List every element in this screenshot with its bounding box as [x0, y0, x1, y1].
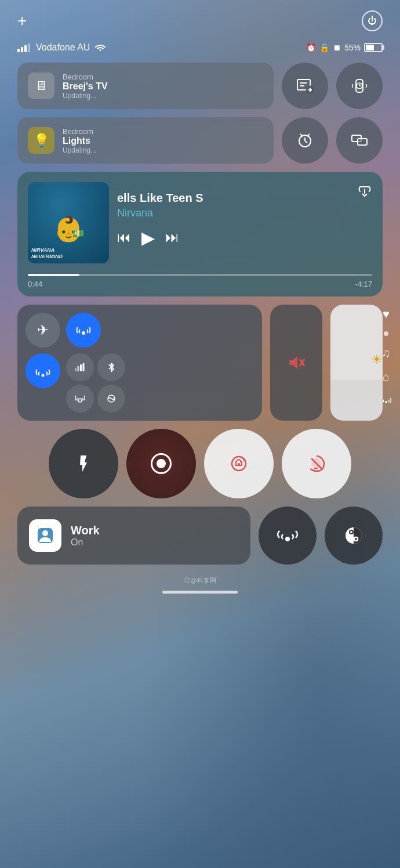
- screen-record-button[interactable]: [126, 429, 196, 498]
- top-bar: + ⏻: [0, 0, 400, 37]
- artist-name: Nirvana: [117, 207, 372, 219]
- lights-status: Updating...: [63, 146, 96, 154]
- row-lights: 💡 Bedroom Lights Updating...: [17, 117, 383, 164]
- fast-forward-button[interactable]: ⏭: [165, 229, 179, 245]
- status-bar: Vodafone AU ⏰ 🔒 ⏹ 55%: [0, 37, 400, 63]
- svg-rect-23: [83, 363, 85, 371]
- hotspot-button[interactable]: [66, 313, 101, 348]
- status-icons: ⏰ 🔒 ⏹ 55%: [306, 43, 383, 52]
- music-player: 👶 💵 NIRVANANEVERMIND ells Like Teen S Ni…: [17, 172, 383, 296]
- broadcast-button[interactable]: [259, 507, 317, 565]
- svg-line-14: [307, 134, 310, 136]
- lock-icon: 🔒: [319, 43, 329, 52]
- heart-icon[interactable]: ♥: [383, 308, 390, 321]
- orientation-lock-button[interactable]: [204, 429, 274, 498]
- brightness-sun-icon: ☀: [371, 352, 383, 367]
- time-labels: 0:44 -4:17: [28, 280, 372, 288]
- work-title: Work: [71, 524, 100, 537]
- work-subtitle: On: [71, 537, 100, 548]
- lights-icon: 💡: [28, 127, 54, 154]
- wifi-status-icon: [94, 42, 106, 53]
- wifi-toggle-button[interactable]: [26, 353, 60, 388]
- storage-icon: ⏹: [333, 43, 341, 52]
- watermark: ◎@科客网: [184, 576, 216, 585]
- work-icon: [29, 519, 61, 552]
- tv-tile[interactable]: 🖥 Bedroom Breej's TV Updating...: [17, 63, 274, 109]
- connectivity-row: ✈: [17, 305, 383, 421]
- airplay-button[interactable]: [357, 182, 372, 201]
- home-indicator-area: ◎@科客网: [0, 576, 400, 599]
- alarm-icon: ⏰: [306, 43, 316, 52]
- power-button[interactable]: ⏻: [362, 10, 383, 31]
- row-tv: 🖥 Bedroom Breej's TV Updating...: [17, 63, 383, 109]
- svg-line-12: [305, 141, 307, 143]
- tv-name: Breej's TV: [63, 81, 108, 92]
- svg-point-37: [350, 531, 352, 533]
- home-indicator[interactable]: [162, 591, 238, 594]
- play-button[interactable]: ▶: [141, 227, 155, 248]
- bluetooth-button[interactable]: [97, 353, 125, 381]
- progress-track: [28, 274, 372, 276]
- svg-rect-21: [78, 366, 79, 371]
- carrier-name: Vodafone AU: [36, 42, 90, 53]
- lights-tile[interactable]: 💡 Bedroom Lights Updating...: [17, 117, 274, 164]
- album-text: NIRVANANEVERMIND: [31, 247, 63, 260]
- progress-fill: [28, 274, 79, 276]
- svg-point-24: [78, 399, 82, 402]
- work-focus-tile[interactable]: Work On: [17, 507, 250, 565]
- song-title: ells Like Teen S: [117, 191, 372, 205]
- tv-location: Bedroom: [63, 73, 108, 81]
- current-time: 0:44: [28, 280, 42, 288]
- connectivity-tile: ✈: [17, 305, 262, 421]
- work-on-row: Work On: [17, 507, 383, 565]
- apple-watch-button[interactable]: [336, 63, 383, 109]
- tv-icon: 🖥: [28, 73, 54, 99]
- smart-invert-button[interactable]: [325, 507, 383, 565]
- remaining-time: -4:17: [355, 280, 372, 288]
- signal-strength: [17, 44, 30, 52]
- album-art: 👶 💵 NIRVANANEVERMIND: [28, 182, 109, 263]
- cellular-button[interactable]: [66, 353, 94, 381]
- note-add-button[interactable]: [282, 63, 328, 109]
- vpn-button[interactable]: [97, 385, 125, 413]
- airdrop-button[interactable]: [66, 385, 94, 413]
- svg-point-30: [238, 463, 240, 465]
- svg-rect-16: [358, 139, 367, 145]
- svg-point-18: [82, 331, 85, 335]
- svg-point-19: [42, 374, 45, 377]
- home-icon[interactable]: ⌂: [383, 370, 390, 384]
- power-icon: ⏻: [368, 16, 377, 26]
- svg-point-33: [285, 537, 290, 541]
- music-info: ells Like Teen S Nirvana ⏮ ▶ ⏭: [117, 191, 372, 255]
- svg-point-32: [42, 530, 48, 536]
- svg-rect-22: [80, 364, 82, 371]
- action-buttons-row: [17, 429, 383, 498]
- rewind-button[interactable]: ⏮: [117, 229, 131, 245]
- battery-percent: 55%: [344, 43, 361, 52]
- tv-status: Updating...: [63, 92, 108, 100]
- screen-mirror-button[interactable]: [336, 117, 383, 164]
- battery-indicator: [364, 43, 383, 52]
- flashlight-button[interactable]: [49, 429, 118, 498]
- dot-indicator: [384, 331, 388, 336]
- lights-location: Bedroom: [63, 127, 96, 136]
- lights-name: Lights: [63, 136, 96, 146]
- svg-line-13: [300, 134, 303, 136]
- brightness-slider[interactable]: ☀: [330, 305, 383, 421]
- alarm-button[interactable]: [282, 117, 328, 164]
- mute-slider[interactable]: [270, 305, 322, 421]
- airplane-mode-button[interactable]: ✈: [26, 313, 60, 348]
- svg-point-38: [355, 538, 357, 540]
- progress-bar-area[interactable]: 0:44 -4:17: [17, 274, 383, 296]
- do-not-disturb-button[interactable]: [282, 429, 351, 498]
- add-button[interactable]: +: [17, 12, 27, 30]
- svg-rect-20: [75, 368, 77, 371]
- music-controls: ⏮ ▶ ⏭: [117, 227, 372, 248]
- music-note-icon[interactable]: ♫: [382, 346, 391, 360]
- svg-point-17: [385, 401, 387, 403]
